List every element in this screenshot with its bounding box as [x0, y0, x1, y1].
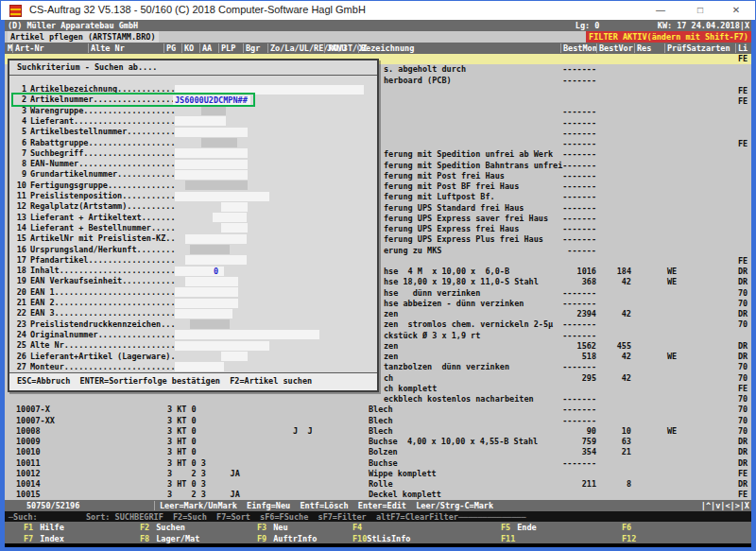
dialog-item-11[interactable]: 11Preislistenposition........... — [9, 191, 377, 201]
col-pr-fsatzarten: PrüfSatzarten — [667, 43, 730, 53]
dialog-item-18[interactable]: 18Inhalt........................0 — [9, 266, 377, 276]
dialog-field-14[interactable] — [221, 223, 248, 232]
table-row[interactable]: 100153 2 3 JADeckel komplettFE — [5, 490, 751, 500]
table-row[interactable]: 10007-X3 KT 0Blech-------70 — [5, 405, 751, 415]
dialog-field-19[interactable] — [185, 277, 238, 286]
fkey-F10-label[interactable]: StLisInfo — [367, 534, 410, 543]
dialog-field-21[interactable] — [175, 299, 238, 308]
dialog-field-26[interactable] — [221, 352, 248, 361]
dialog-item-number: 18 — [9, 266, 26, 275]
dialog-field-27[interactable] — [175, 362, 224, 371]
fkey-F5-label[interactable]: Ende — [517, 523, 536, 532]
dialog-field-8[interactable] — [175, 160, 248, 169]
dialog-item-17[interactable]: 17Pfandartikel.................. — [9, 255, 377, 266]
column-separator — [218, 43, 219, 53]
fkey-F2[interactable]: F2 — [140, 523, 149, 532]
close-button[interactable]: ✕ — [721, 1, 751, 20]
dialog-field-18[interactable]: 0 — [175, 267, 224, 276]
fkey-F3[interactable]: F3 — [257, 523, 266, 532]
dialog-item-number: 4 — [9, 116, 26, 126]
dialog-item-10[interactable]: 10Fertigungsgruppe.............. — [9, 181, 377, 191]
maximize-button[interactable]: □ — [685, 1, 715, 20]
dialog-field-3[interactable] — [201, 106, 226, 115]
cell-li: DR — [738, 277, 747, 287]
cell-bezeichnung-fragment: erung zu MKS — [384, 246, 441, 256]
dialog-field-24[interactable] — [175, 330, 319, 339]
col-aa: AA — [202, 43, 212, 53]
cell-bezeichnung-fragment: ferung mit Post frei Haus — [384, 171, 505, 181]
table-row[interactable]: eckblech kostenlos nacharbeiten-------70 — [5, 394, 751, 405]
dialog-item-4[interactable]: 4Lieferant..................... — [9, 116, 377, 127]
dialog-field-4[interactable] — [175, 116, 226, 126]
dialog-field-7[interactable] — [175, 148, 248, 158]
table-row[interactable]: 100103 HT 0Bolzen35421DR — [5, 447, 751, 457]
dialog-field-15[interactable] — [185, 234, 247, 244]
dialog-item-7[interactable]: 7Suchbegriff................... — [9, 148, 377, 159]
fkey-F4[interactable]: F4 — [352, 523, 362, 532]
fkey-F8[interactable]: F8 — [140, 534, 149, 543]
dialog-field-23[interactable] — [190, 319, 230, 329]
cell-bestmon: ------- — [540, 288, 596, 299]
dialog-item-13[interactable]: 13Lieferant + Artikeltext....... — [9, 213, 377, 223]
dialog-item-9[interactable]: 9Grundartikelnummer............ — [9, 169, 377, 180]
fkey-F11[interactable]: F11 — [501, 534, 515, 543]
dialog-field-9[interactable] — [175, 170, 248, 180]
dialog-item-6[interactable]: 6Rabattgruppe.................. — [9, 138, 377, 148]
fkey-F7[interactable]: F7 — [24, 534, 33, 543]
table-row[interactable]: 100123 2 3 JAWippe komplettFE — [5, 469, 751, 479]
fkey-F1[interactable]: F1 — [24, 523, 33, 532]
table-row[interactable]: 100093 HT 0Buchse 4,00 x 10,00 x 4,55-B … — [5, 437, 751, 447]
dialog-item-12[interactable]: 12Regalplatz(Artstamm).......... — [9, 201, 377, 212]
fkey-F9[interactable]: F9 — [257, 534, 266, 543]
fkey-F3-label[interactable]: Neu — [273, 523, 287, 532]
dialog-field-12[interactable] — [221, 202, 248, 212]
dialog-field-5[interactable] — [175, 128, 248, 137]
dialog-item-8[interactable]: 8EAN-Nummer.................... — [9, 159, 377, 169]
fkey-F1-label[interactable]: Hilfe — [40, 523, 64, 532]
dialog-field-16[interactable] — [190, 245, 230, 254]
cell-bestmon: ------- — [540, 394, 596, 405]
dialog-item-25[interactable]: 25Alte Nr....................... — [9, 340, 377, 351]
table-row[interactable]: 10007-XX3 KT 0Blech-------70 — [5, 416, 751, 426]
table-row[interactable]: 100113 HT 0 3Buchse-------DR — [5, 458, 751, 469]
fkey-F7-label[interactable]: Index — [40, 534, 64, 543]
dialog-item-label: Preislistendruckkennzeichen... — [30, 319, 176, 329]
fkey-F8-label[interactable]: Lager/Mat — [156, 534, 199, 543]
dialog-item-3[interactable]: 3Warengruppe................... — [9, 106, 377, 116]
dialog-item-5[interactable]: 5Artikelbestellnummer.......... — [9, 127, 377, 137]
cell-bezeichnung-fragment: ckstück Ø 3 x 1,9 rt — [384, 331, 480, 341]
dialog-item-14[interactable]: 14Lieferant + Bestellnummer..... — [9, 223, 377, 233]
dialog-item-16[interactable]: 16Ursprungsland/Herkunft........ — [9, 245, 377, 255]
dialog-field-25[interactable] — [175, 341, 269, 351]
dialog-item-21[interactable]: 21EAN 2......................... — [9, 298, 377, 308]
dialog-item-23[interactable]: 23Preislistendruckkennzeichen... — [9, 319, 377, 330]
col-li: Li — [738, 43, 747, 53]
fkey-F9-label[interactable]: AuftrInfo — [273, 534, 317, 543]
dialog-item-19[interactable]: 19EAN Verkaufseinheit........... — [9, 276, 377, 286]
dialog-item-15[interactable]: 15ArtikelNr mit Preislisten-KZ.. — [9, 233, 377, 244]
dialog-field-11[interactable] — [175, 192, 269, 201]
dialog-item-label: Preislistenposition........... — [30, 191, 176, 200]
table-row[interactable]: 100143 HT 0 3Rolle2118DR — [5, 479, 751, 490]
fkey-F5[interactable]: F5 — [501, 523, 510, 532]
cell-bestmon: ------- — [540, 139, 596, 149]
minimize-button[interactable]: — — [645, 1, 676, 20]
dialog-field-10[interactable] — [185, 181, 248, 190]
fkey-F6[interactable]: F6 — [622, 523, 631, 532]
fkey-F2-label[interactable]: Suchen — [156, 523, 185, 532]
fkey-F12[interactable]: F12 — [622, 534, 636, 543]
dialog-item-27[interactable]: 27Monteur....................... — [9, 362, 377, 372]
dialog-field-13[interactable] — [213, 213, 247, 222]
scroll-nav[interactable]: |^|v|<|>|X — [701, 501, 749, 510]
dialog-field-22[interactable] — [175, 309, 232, 319]
dialog-item-22[interactable]: 22EAN 3......................... — [9, 308, 377, 319]
table-row[interactable]: 100083 KT 0 J JBlech9010WE70 — [5, 426, 751, 437]
dialog-field-20[interactable] — [175, 287, 238, 297]
dialog-item-24[interactable]: 24Originalnummer................ — [9, 330, 377, 340]
col-bestvor: BestVor — [599, 43, 633, 53]
fkey-F10[interactable]: F10 — [352, 534, 367, 543]
dialog-item-20[interactable]: 20EAN 1......................... — [9, 287, 377, 298]
dialog-field-17[interactable] — [185, 255, 247, 265]
dialog-field-6[interactable] — [201, 138, 237, 147]
dialog-item-26[interactable]: 26Lieferant+Artikel (Lagerware). — [9, 352, 377, 362]
